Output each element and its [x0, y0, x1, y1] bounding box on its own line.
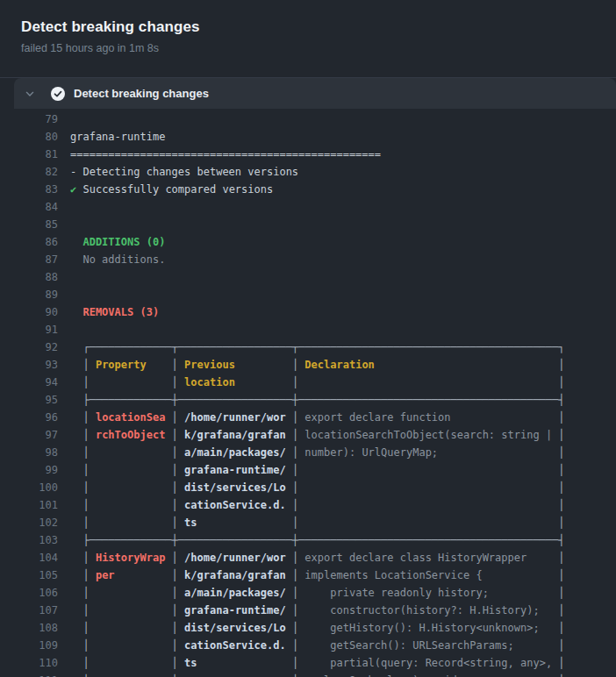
- line-number[interactable]: 86: [0, 233, 58, 251]
- log-line: 85: [0, 216, 616, 233]
- log-text: │ │ cationService.d. │ getSearch(): URLS…: [70, 637, 565, 654]
- log-container: 7980grafana-runtime81===================…: [0, 109, 616, 677]
- line-number[interactable]: 102: [0, 514, 58, 531]
- log-line: 81======================================…: [0, 146, 616, 163]
- line-number[interactable]: 96: [0, 409, 58, 426]
- line-number[interactable]: 87: [0, 251, 58, 268]
- line-number[interactable]: 95: [0, 391, 58, 409]
- line-number[interactable]: 111: [0, 672, 58, 677]
- log-line: 104 │ HistoryWrap │ /home/runner/wor │ e…: [0, 549, 616, 567]
- page-title: Detect breaking changes: [21, 18, 595, 36]
- log-text: ✔ Successfully compared versions: [70, 181, 273, 198]
- log-text: ADDITIONS (0): [70, 233, 165, 251]
- line-number[interactable]: 109: [0, 637, 58, 654]
- line-number[interactable]: 99: [0, 461, 58, 479]
- log-text: │ Property │ Previous │ Declaration │: [70, 356, 565, 374]
- log-line: 98 │ │ a/main/packages/ │ number): UrlQu…: [0, 444, 616, 461]
- line-number[interactable]: 91: [0, 321, 58, 338]
- line-number[interactable]: 84: [0, 198, 58, 216]
- line-number[interactable]: 106: [0, 584, 58, 602]
- line-number[interactable]: 82: [0, 163, 58, 181]
- log-text: │ HistoryWrap │ /home/runner/wor │ expor…: [70, 549, 565, 567]
- check-circle-icon: [51, 87, 65, 101]
- log-line: 80grafana-runtime: [0, 128, 616, 146]
- log-line: 92 ┌─────────────┬──────────────────┬───…: [0, 338, 616, 356]
- log-line: 90 REMOVALS (3): [0, 303, 616, 321]
- line-number[interactable]: 90: [0, 303, 58, 321]
- line-number[interactable]: 101: [0, 496, 58, 514]
- line-number[interactable]: 103: [0, 531, 58, 549]
- log-line: 84: [0, 198, 616, 216]
- step-title: Detect breaking changes: [74, 87, 209, 100]
- line-number[interactable]: 81: [0, 146, 58, 163]
- log-text: │ locationSea │ /home/runner/wor │ expor…: [70, 409, 565, 426]
- line-number[interactable]: 108: [0, 619, 58, 637]
- job-status-subtitle: failed 15 hours ago in 1m 8s: [21, 42, 595, 54]
- line-number[interactable]: 88: [0, 268, 58, 286]
- log-line: 87 No additions.: [0, 251, 616, 268]
- log-line: 107 │ │ grafana-runtime/ │ constructor(h…: [0, 602, 616, 619]
- log-line: 88: [0, 268, 616, 286]
- log-line: 101 │ │ cationService.d. │ │: [0, 496, 616, 514]
- log-text: │ │ a/main/packages/ │ number): UrlQuery…: [70, 444, 565, 461]
- log-line: 79: [0, 110, 616, 128]
- log-text: No additions.: [70, 251, 165, 268]
- line-number[interactable]: 80: [0, 128, 58, 146]
- log-text: │ per │ k/grafana/grafan │ implements Lo…: [70, 567, 565, 584]
- log-line: 105 │ per │ k/grafana/grafan │ implement…: [0, 567, 616, 584]
- log-text: ├─────────────┼──────────────────┼──────…: [70, 391, 565, 409]
- line-number[interactable]: 100: [0, 479, 58, 496]
- line-number[interactable]: 93: [0, 356, 58, 374]
- job-header: Detect breaking changes failed 15 hours …: [0, 0, 616, 78]
- log-text: │ │ grafana-runtime/ │ │: [70, 461, 565, 479]
- log-line: 110 │ │ ts │ partial(query: Record<strin…: [0, 654, 616, 672]
- log-text: - Detecting changes between versions: [70, 163, 298, 181]
- log-text: │ │ │ replace?: boolean): void; │: [70, 672, 565, 677]
- log-line: 83✔ Successfully compared versions: [0, 181, 616, 198]
- log-text: │ │ location │ │: [70, 374, 565, 391]
- log-line: 94 │ │ location │ │: [0, 374, 616, 391]
- line-number[interactable]: 104: [0, 549, 58, 567]
- log-text: grafana-runtime: [70, 128, 165, 146]
- log-line: 96 │ locationSea │ /home/runner/wor │ ex…: [0, 409, 616, 426]
- log-text: ========================================…: [70, 146, 381, 163]
- line-number[interactable]: 97: [0, 426, 58, 444]
- line-number[interactable]: 83: [0, 181, 58, 198]
- line-number[interactable]: 92: [0, 338, 58, 356]
- line-number[interactable]: 89: [0, 286, 58, 303]
- log-line: 99 │ │ grafana-runtime/ │ │: [0, 461, 616, 479]
- log-line: 102 │ │ ts │ │: [0, 514, 616, 531]
- log-text: │ │ dist/services/Lo │ │: [70, 479, 565, 496]
- log-text: │ │ grafana-runtime/ │ constructor(histo…: [70, 602, 565, 619]
- log-text: │ │ cationService.d. │ │: [70, 496, 565, 514]
- log-line: 97 │ rchToObject │ k/grafana/grafan │ lo…: [0, 426, 616, 444]
- log-line: 103 ├─────────────┼──────────────────┼──…: [0, 531, 616, 549]
- line-number[interactable]: 94: [0, 374, 58, 391]
- log-line: 100 │ │ dist/services/Lo │ │: [0, 479, 616, 496]
- line-number[interactable]: 85: [0, 216, 58, 233]
- log-text: ┌─────────────┬──────────────────┬──────…: [70, 338, 565, 356]
- line-number[interactable]: 105: [0, 567, 58, 584]
- step-header[interactable]: Detect breaking changes: [14, 78, 616, 109]
- log-lines: 7980grafana-runtime81===================…: [0, 110, 616, 677]
- log-line: 86 ADDITIONS (0): [0, 233, 616, 251]
- log-line: 89: [0, 286, 616, 303]
- line-number[interactable]: 79: [0, 110, 58, 128]
- log-line: 109 │ │ cationService.d. │ getSearch(): …: [0, 637, 616, 654]
- log-line: 93 │ Property │ Previous │ Declaration │: [0, 356, 616, 374]
- log-text: │ │ ts │ │: [70, 514, 565, 531]
- log-text: │ │ ts │ partial(query: Record<string, a…: [70, 654, 565, 672]
- log-line: 108 │ │ dist/services/Lo │ getHistory():…: [0, 619, 616, 637]
- log-line: 82- Detecting changes between versions: [0, 163, 616, 181]
- line-number[interactable]: 107: [0, 602, 58, 619]
- line-number[interactable]: 98: [0, 444, 58, 461]
- chevron-down-icon[interactable]: [25, 89, 35, 99]
- log-text: ├─────────────┼──────────────────┼──────…: [70, 531, 565, 549]
- log-text: REMOVALS (3): [70, 303, 159, 321]
- log-line: 91: [0, 321, 616, 338]
- log-text: │ │ a/main/packages/ │ private readonly …: [70, 584, 565, 602]
- line-number[interactable]: 110: [0, 654, 58, 672]
- log-text: │ │ dist/services/Lo │ getHistory(): H.H…: [70, 619, 565, 637]
- log-line: 106 │ │ a/main/packages/ │ private reado…: [0, 584, 616, 602]
- log-line: 95 ├─────────────┼──────────────────┼───…: [0, 391, 616, 409]
